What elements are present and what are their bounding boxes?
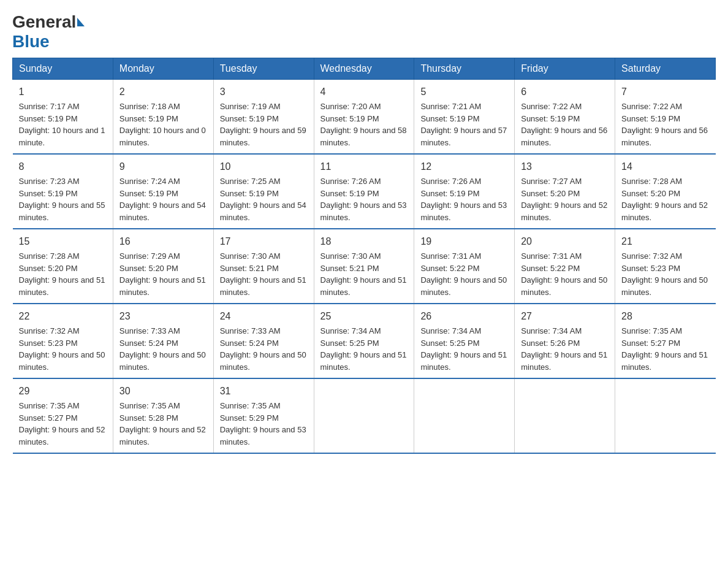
day-sunrise: Sunrise: 7:35 AM xyxy=(119,401,180,410)
day-sunrise: Sunrise: 7:23 AM xyxy=(19,177,80,186)
day-sunrise: Sunrise: 7:34 AM xyxy=(420,326,481,335)
day-number: 28 xyxy=(621,309,709,324)
calendar-cell: 5Sunrise: 7:21 AMSunset: 5:19 PMDaylight… xyxy=(414,80,515,155)
day-sunrise: Sunrise: 7:32 AM xyxy=(621,251,682,261)
calendar-cell: 2Sunrise: 7:18 AMSunset: 5:19 PMDaylight… xyxy=(113,80,213,155)
day-number: 21 xyxy=(621,234,709,249)
calendar-cell: 10Sunrise: 7:25 AMSunset: 5:19 PMDayligh… xyxy=(213,154,314,229)
day-sunset: Sunset: 5:19 PM xyxy=(19,189,78,198)
calendar-week-row: 29Sunrise: 7:35 AMSunset: 5:27 PMDayligh… xyxy=(13,378,716,453)
day-daylight: Daylight: 9 hours and 50 minutes. xyxy=(19,350,105,372)
day-sunset: Sunset: 5:24 PM xyxy=(220,339,279,348)
day-sunrise: Sunrise: 7:31 AM xyxy=(420,251,481,261)
day-sunrise: Sunrise: 7:34 AM xyxy=(521,326,582,335)
day-daylight: Daylight: 9 hours and 53 minutes. xyxy=(420,201,507,222)
calendar-header-friday: Friday xyxy=(515,58,615,80)
logo: General Blue xyxy=(12,12,86,52)
calendar-cell xyxy=(615,378,716,453)
calendar-cell: 26Sunrise: 7:34 AMSunset: 5:25 PMDayligh… xyxy=(414,304,515,378)
calendar-cell: 27Sunrise: 7:34 AMSunset: 5:26 PMDayligh… xyxy=(515,304,615,378)
day-sunset: Sunset: 5:21 PM xyxy=(220,264,279,273)
day-daylight: Daylight: 9 hours and 56 minutes. xyxy=(521,126,607,147)
calendar-header-row: SundayMondayTuesdayWednesdayThursdayFrid… xyxy=(13,58,716,80)
day-sunset: Sunset: 5:19 PM xyxy=(119,114,178,123)
day-sunrise: Sunrise: 7:26 AM xyxy=(320,177,381,186)
day-sunset: Sunset: 5:19 PM xyxy=(220,114,279,123)
calendar-cell: 14Sunrise: 7:28 AMSunset: 5:20 PMDayligh… xyxy=(615,154,716,229)
day-daylight: Daylight: 9 hours and 57 minutes. xyxy=(420,126,507,147)
day-number: 23 xyxy=(119,309,207,324)
day-daylight: Daylight: 9 hours and 54 minutes. xyxy=(220,201,306,222)
calendar-week-row: 1Sunrise: 7:17 AMSunset: 5:19 PMDaylight… xyxy=(13,80,716,155)
day-sunrise: Sunrise: 7:22 AM xyxy=(621,102,682,111)
logo-general: General xyxy=(12,12,76,32)
day-daylight: Daylight: 9 hours and 55 minutes. xyxy=(19,201,105,222)
day-daylight: Daylight: 9 hours and 52 minutes. xyxy=(521,201,607,222)
day-daylight: Daylight: 9 hours and 52 minutes. xyxy=(19,425,105,446)
day-daylight: Daylight: 10 hours and 0 minutes. xyxy=(119,126,206,147)
day-number: 17 xyxy=(220,234,308,249)
calendar-cell: 13Sunrise: 7:27 AMSunset: 5:20 PMDayligh… xyxy=(515,154,615,229)
calendar-cell: 3Sunrise: 7:19 AMSunset: 5:19 PMDaylight… xyxy=(213,80,314,155)
day-sunrise: Sunrise: 7:24 AM xyxy=(119,177,180,186)
calendar-cell: 4Sunrise: 7:20 AMSunset: 5:19 PMDaylight… xyxy=(314,80,414,155)
day-daylight: Daylight: 9 hours and 51 minutes. xyxy=(119,275,206,297)
day-sunrise: Sunrise: 7:22 AM xyxy=(521,102,582,111)
day-daylight: Daylight: 9 hours and 50 minutes. xyxy=(220,350,306,372)
day-sunset: Sunset: 5:27 PM xyxy=(621,339,680,348)
day-daylight: Daylight: 9 hours and 59 minutes. xyxy=(220,126,306,147)
calendar-week-row: 15Sunrise: 7:28 AMSunset: 5:20 PMDayligh… xyxy=(13,229,716,304)
page-header: General Blue xyxy=(12,12,716,52)
calendar-week-row: 8Sunrise: 7:23 AMSunset: 5:19 PMDaylight… xyxy=(13,154,716,229)
calendar-cell: 22Sunrise: 7:32 AMSunset: 5:23 PMDayligh… xyxy=(13,304,113,378)
day-sunrise: Sunrise: 7:30 AM xyxy=(320,251,381,261)
day-number: 6 xyxy=(521,85,609,99)
calendar-cell: 28Sunrise: 7:35 AMSunset: 5:27 PMDayligh… xyxy=(615,304,716,378)
day-sunrise: Sunrise: 7:35 AM xyxy=(220,401,281,410)
day-sunset: Sunset: 5:19 PM xyxy=(320,114,379,123)
calendar-cell: 18Sunrise: 7:30 AMSunset: 5:21 PMDayligh… xyxy=(314,229,414,304)
day-sunrise: Sunrise: 7:20 AM xyxy=(320,102,381,111)
day-number: 10 xyxy=(220,159,308,174)
calendar-cell: 17Sunrise: 7:30 AMSunset: 5:21 PMDayligh… xyxy=(213,229,314,304)
calendar-cell: 15Sunrise: 7:28 AMSunset: 5:20 PMDayligh… xyxy=(13,229,113,304)
day-number: 12 xyxy=(420,159,508,174)
day-sunset: Sunset: 5:19 PM xyxy=(621,114,680,123)
day-daylight: Daylight: 10 hours and 1 minute. xyxy=(19,126,105,147)
day-number: 11 xyxy=(320,159,408,174)
calendar-cell: 29Sunrise: 7:35 AMSunset: 5:27 PMDayligh… xyxy=(13,378,113,453)
calendar-cell: 31Sunrise: 7:35 AMSunset: 5:29 PMDayligh… xyxy=(213,378,314,453)
day-sunset: Sunset: 5:23 PM xyxy=(621,264,680,273)
day-number: 30 xyxy=(119,384,207,399)
day-sunrise: Sunrise: 7:28 AM xyxy=(19,251,80,261)
calendar-header-wednesday: Wednesday xyxy=(314,58,414,80)
calendar-header-thursday: Thursday xyxy=(414,58,515,80)
calendar-header-monday: Monday xyxy=(113,58,213,80)
calendar-cell: 12Sunrise: 7:26 AMSunset: 5:19 PMDayligh… xyxy=(414,154,515,229)
day-daylight: Daylight: 9 hours and 51 minutes. xyxy=(420,350,507,372)
calendar-cell: 6Sunrise: 7:22 AMSunset: 5:19 PMDaylight… xyxy=(515,80,615,155)
day-number: 8 xyxy=(19,159,107,174)
day-number: 26 xyxy=(420,309,508,324)
calendar-cell: 24Sunrise: 7:33 AMSunset: 5:24 PMDayligh… xyxy=(213,304,314,378)
day-sunrise: Sunrise: 7:35 AM xyxy=(621,326,682,335)
day-sunset: Sunset: 5:29 PM xyxy=(220,413,279,423)
calendar-header-tuesday: Tuesday xyxy=(213,58,314,80)
day-daylight: Daylight: 9 hours and 51 minutes. xyxy=(320,275,407,297)
day-sunset: Sunset: 5:22 PM xyxy=(521,264,580,273)
calendar-cell: 8Sunrise: 7:23 AMSunset: 5:19 PMDaylight… xyxy=(13,154,113,229)
day-number: 2 xyxy=(119,85,207,99)
calendar-cell: 30Sunrise: 7:35 AMSunset: 5:28 PMDayligh… xyxy=(113,378,213,453)
day-sunrise: Sunrise: 7:34 AM xyxy=(320,326,381,335)
day-sunset: Sunset: 5:24 PM xyxy=(119,339,178,348)
logo-triangle-icon xyxy=(77,18,85,26)
day-sunset: Sunset: 5:20 PM xyxy=(119,264,178,273)
logo-blue: Blue xyxy=(12,32,50,51)
calendar-cell: 21Sunrise: 7:32 AMSunset: 5:23 PMDayligh… xyxy=(615,229,716,304)
day-daylight: Daylight: 9 hours and 51 minutes. xyxy=(220,275,306,297)
day-daylight: Daylight: 9 hours and 52 minutes. xyxy=(621,201,708,222)
day-sunrise: Sunrise: 7:17 AM xyxy=(19,102,80,111)
day-number: 22 xyxy=(19,309,107,324)
day-sunset: Sunset: 5:19 PM xyxy=(19,114,78,123)
day-daylight: Daylight: 9 hours and 50 minutes. xyxy=(420,275,507,297)
